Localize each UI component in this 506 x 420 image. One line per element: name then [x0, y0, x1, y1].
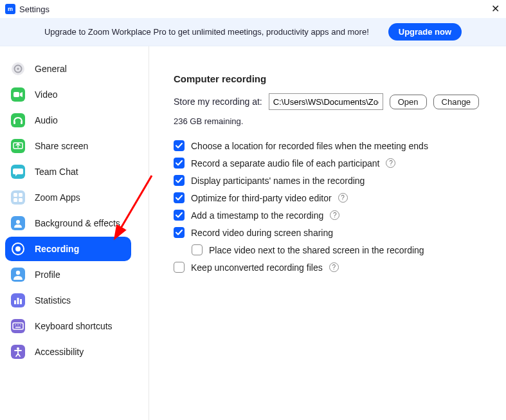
svg-point-28	[15, 324, 16, 325]
statistics-icon	[10, 293, 26, 308]
recording-option: Record video during screen sharing	[174, 227, 487, 238]
checkbox[interactable]	[174, 158, 185, 169]
svg-rect-14	[14, 198, 17, 202]
svg-rect-12	[14, 193, 17, 197]
recording-panel: Computer recording Store my recording at…	[149, 46, 506, 420]
share-screen-icon	[10, 138, 26, 154]
sidebar-item-team-chat[interactable]: Team Chat	[5, 160, 141, 184]
open-button[interactable]: Open	[390, 95, 427, 109]
option-label: Display participants' names in the recor…	[191, 176, 365, 186]
sidebar-item-label: Share screen	[35, 141, 88, 151]
store-label: Store my recording at:	[174, 96, 262, 107]
change-button[interactable]: Change	[433, 95, 480, 109]
sidebar-item-keyboard-shortcuts[interactable]: Keyboard shortcuts	[5, 314, 141, 338]
option-label: Add a timestamp to the recording	[191, 210, 323, 221]
svg-rect-7	[21, 121, 23, 124]
recording-option: Add a timestamp to the recording?	[174, 210, 487, 221]
recording-option: Place video next to the shared screen in…	[192, 244, 487, 255]
help-icon[interactable]: ?	[338, 193, 348, 203]
svg-point-17	[16, 220, 20, 224]
svg-rect-5	[11, 113, 25, 127]
recording-path-row: Store my recording at: Open Change	[174, 93, 487, 110]
chat-icon	[10, 164, 26, 179]
recording-option: Keep unconverted recording files?	[174, 262, 487, 273]
app-icon: m	[5, 4, 15, 14]
svg-point-19	[15, 246, 21, 251]
recording-option: Optimize for third-party video editor?	[174, 192, 487, 203]
checkbox[interactable]	[174, 262, 185, 273]
apps-icon	[10, 190, 26, 205]
sidebar-item-zoom-apps[interactable]: Zoom Apps	[5, 185, 141, 210]
option-label: Place video next to the shared screen in…	[209, 245, 424, 255]
svg-point-2	[17, 68, 19, 70]
space-remaining: 236 GB remaining.	[174, 116, 487, 126]
checkbox[interactable]	[174, 210, 185, 221]
svg-rect-24	[17, 298, 19, 304]
record-icon	[10, 241, 26, 257]
option-label: Keep unconverted recording files	[191, 262, 323, 273]
sidebar-item-statistics[interactable]: Statistics	[5, 288, 141, 313]
svg-point-21	[16, 271, 20, 275]
recording-option: Record a separate audio file of each par…	[174, 158, 487, 169]
sidebar-item-background-effects[interactable]: Background & effects	[5, 211, 141, 235]
sidebar-item-recording[interactable]: Recording	[5, 237, 131, 261]
checkbox[interactable]	[174, 192, 185, 203]
sidebar-item-label: Audio	[35, 115, 58, 125]
svg-rect-15	[19, 198, 23, 202]
option-label: Record video during screen sharing	[191, 228, 333, 238]
sidebar-item-label: Keyboard shortcuts	[35, 321, 113, 331]
svg-point-29	[17, 324, 19, 325]
sidebar-item-share-screen[interactable]: Share screen	[5, 134, 141, 158]
svg-rect-23	[14, 300, 16, 304]
recording-path-input[interactable]	[269, 93, 383, 110]
svg-point-33	[17, 347, 19, 350]
sidebar-item-label: Team Chat	[35, 167, 78, 177]
sidebar-item-video[interactable]: Video	[5, 82, 141, 107]
recording-option: Choose a location for recorded files whe…	[174, 140, 487, 151]
svg-rect-13	[19, 193, 23, 197]
sidebar-item-accessibility[interactable]: Accessibility	[5, 340, 141, 364]
close-icon[interactable]: ✕	[489, 3, 501, 14]
sidebar-item-profile[interactable]: Profile	[5, 262, 141, 287]
svg-rect-31	[15, 327, 21, 328]
help-icon[interactable]: ?	[386, 158, 395, 168]
profile-icon	[10, 267, 26, 282]
svg-rect-6	[14, 121, 15, 124]
sidebar-item-label: Background & effects	[35, 218, 120, 228]
sidebar-item-general[interactable]: General	[5, 57, 141, 81]
sidebar-item-label: General	[35, 64, 67, 74]
window-titlebar: m Settings ✕	[0, 0, 506, 18]
accessibility-icon	[10, 344, 26, 360]
svg-rect-4	[14, 92, 19, 97]
sidebar-item-audio[interactable]: Audio	[5, 108, 141, 132]
svg-rect-25	[20, 299, 22, 304]
recording-options: Choose a location for recorded files whe…	[174, 140, 487, 273]
option-label: Record a separate audio file of each par…	[191, 158, 379, 169]
sidebar-item-label: Zoom Apps	[35, 192, 80, 203]
background-icon	[10, 215, 26, 231]
keyboard-icon	[10, 318, 26, 334]
help-icon[interactable]: ?	[329, 262, 339, 272]
sidebar-item-label: Profile	[35, 269, 60, 280]
promo-text: Upgrade to Zoom Workplace Pro to get unl…	[44, 27, 369, 37]
option-label: Optimize for third-party video editor	[191, 193, 332, 203]
window-title: Settings	[19, 5, 50, 14]
checkbox[interactable]	[192, 244, 203, 255]
checkbox[interactable]	[174, 227, 185, 238]
svg-point-30	[20, 324, 21, 325]
help-icon[interactable]: ?	[330, 210, 339, 220]
sidebar-item-label: Accessibility	[35, 347, 84, 357]
sidebar-item-label: Video	[35, 89, 58, 100]
option-label: Choose a location for recorded files whe…	[191, 141, 428, 151]
settings-sidebar: General Video Audio Share screen Team Ch	[0, 46, 149, 420]
checkbox[interactable]	[174, 140, 185, 151]
recording-option: Display participants' names in the recor…	[174, 175, 487, 186]
sidebar-item-label: Statistics	[35, 295, 71, 306]
upgrade-button[interactable]: Upgrade now	[388, 23, 462, 41]
checkbox[interactable]	[174, 175, 185, 186]
headphones-icon	[10, 113, 26, 128]
svg-rect-11	[11, 190, 25, 205]
gear-icon	[10, 61, 26, 77]
sidebar-item-label: Recording	[35, 244, 79, 254]
video-icon	[10, 87, 26, 102]
